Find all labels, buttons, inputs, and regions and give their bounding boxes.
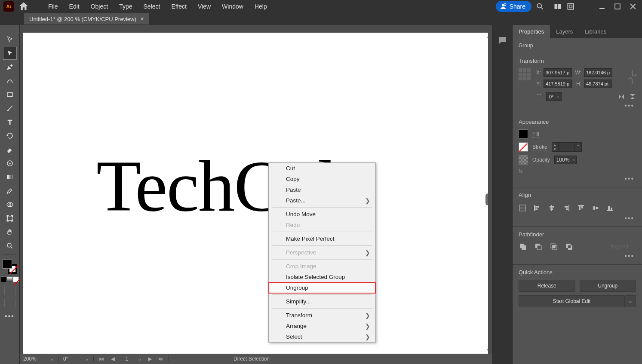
eraser-tool[interactable] — [3, 144, 16, 156]
shape-builder-tool[interactable] — [3, 199, 16, 211]
color-mode-solid[interactable] — [1, 276, 7, 282]
opacity-swatch[interactable] — [519, 155, 528, 165]
align-to-icon[interactable] — [519, 204, 526, 212]
align-right-icon[interactable] — [562, 204, 570, 212]
fill-stroke-swatch[interactable] — [3, 259, 17, 274]
stroke-label[interactable]: Stroke — [532, 144, 547, 150]
align-bottom-icon[interactable] — [606, 204, 614, 212]
fill-color-swatch[interactable] — [519, 129, 528, 139]
exclude-icon[interactable] — [565, 242, 574, 251]
home-icon[interactable] — [18, 1, 29, 12]
zoom-input[interactable] — [23, 356, 46, 362]
y-input[interactable] — [544, 80, 572, 88]
zoom-dropdown-icon[interactable]: ⌄ — [50, 356, 54, 362]
tab-libraries[interactable]: Libraries — [579, 25, 612, 38]
global-edit-dropdown-icon[interactable]: ⌄ — [625, 295, 636, 307]
reference-point-grid[interactable] — [519, 68, 531, 80]
document-tab[interactable]: Untitled-1* @ 200 % (CMYK/CPU Preview) × — [24, 13, 149, 24]
next-artboard-icon[interactable]: ▶ — [146, 356, 153, 362]
scrollbar-thumb[interactable] — [485, 193, 488, 205]
intersect-icon[interactable] — [550, 242, 558, 251]
menu-object[interactable]: Object — [86, 1, 113, 12]
opacity-input[interactable]: 100%› — [554, 156, 577, 164]
maximize-icon[interactable] — [614, 3, 620, 9]
rectangle-tool[interactable] — [3, 89, 16, 101]
align-vcenter-icon[interactable] — [592, 204, 599, 212]
release-button[interactable]: Release — [519, 280, 575, 292]
artboard-tool[interactable] — [3, 212, 16, 224]
context-menu-item-undo-move[interactable]: Undo Move — [269, 209, 375, 220]
context-menu-item-simplify[interactable]: Simplify... — [269, 296, 375, 307]
align-left-icon[interactable] — [533, 204, 541, 212]
ungroup-button[interactable]: Ungroup — [580, 280, 636, 292]
scroll-down-icon[interactable]: ▾ — [485, 347, 488, 352]
context-menu-item-make-pixel-perfect[interactable]: Make Pixel Perfect — [269, 233, 375, 244]
align-hcenter-icon[interactable] — [548, 204, 556, 212]
hand-tool[interactable] — [3, 226, 16, 238]
constrain-proportions-icon[interactable] — [628, 68, 636, 86]
menu-edit[interactable]: Edit — [64, 1, 85, 12]
stroke-weight-input[interactable]: ▴▾⌄ — [552, 142, 582, 152]
selection-tool[interactable] — [3, 34, 16, 46]
share-button[interactable]: + Share — [496, 1, 531, 12]
context-menu-item-ungroup[interactable]: Ungroup — [269, 282, 375, 293]
context-menu-item-arrange[interactable]: Arrange❯ — [269, 321, 375, 331]
stroke-color-swatch[interactable] — [519, 142, 528, 152]
rotation-input[interactable] — [63, 356, 80, 362]
context-menu-item-copy[interactable]: Copy — [269, 174, 375, 184]
menu-file[interactable]: File — [43, 1, 63, 12]
artboard-num-dropdown[interactable]: ⌄ — [138, 356, 142, 362]
menu-type[interactable]: Type — [114, 1, 137, 12]
type-tool[interactable] — [3, 116, 16, 128]
close-window-icon[interactable] — [630, 3, 636, 9]
color-mode-none[interactable] — [13, 276, 19, 282]
curvature-tool[interactable] — [3, 75, 16, 87]
menu-effect[interactable]: Effect — [166, 1, 192, 12]
search-icon[interactable] — [536, 2, 544, 11]
fill-label[interactable]: Fill — [532, 131, 539, 138]
zoom-tool[interactable] — [3, 240, 16, 252]
context-menu-item-select[interactable]: Select❯ — [269, 331, 375, 342]
gradient-tool[interactable] — [3, 171, 16, 183]
first-artboard-icon[interactable]: ⏮ — [98, 356, 105, 362]
color-mode-gradient[interactable] — [7, 276, 13, 282]
pathfinder-more-icon[interactable]: ••• — [519, 251, 636, 260]
color-mode-toggle[interactable] — [1, 276, 19, 282]
align-top-icon[interactable] — [577, 204, 585, 212]
tab-properties[interactable]: Properties — [513, 25, 550, 38]
menu-help[interactable]: Help — [249, 1, 272, 12]
w-input[interactable] — [584, 68, 612, 77]
paintbrush-tool[interactable] — [3, 102, 16, 114]
rotation-combo[interactable]: 0° — [546, 92, 562, 101]
flip-vertical-icon[interactable] — [629, 93, 636, 100]
last-artboard-icon[interactable]: ⏭ — [157, 356, 164, 362]
h-input[interactable] — [584, 80, 612, 88]
width-tool[interactable] — [3, 157, 16, 169]
tab-layers[interactable]: Layers — [550, 25, 579, 38]
fill-swatch[interactable] — [3, 259, 12, 269]
fx-button[interactable]: fx. — [519, 168, 636, 174]
close-tab-icon[interactable]: × — [141, 15, 144, 22]
start-global-edit-button[interactable]: Start Global Edit — [519, 295, 625, 307]
prev-artboard-icon[interactable]: ◀ — [109, 356, 116, 362]
rotate-tool[interactable] — [3, 130, 16, 142]
direct-selection-tool[interactable] — [3, 47, 16, 59]
flip-horizontal-icon[interactable] — [618, 93, 625, 100]
menu-window[interactable]: Window — [217, 1, 249, 12]
minus-front-icon[interactable] — [534, 242, 543, 251]
align-more-icon[interactable]: ••• — [519, 214, 636, 222]
rotation-dropdown-icon[interactable]: ⌄ — [85, 356, 89, 362]
appearance-more-icon[interactable]: ••• — [519, 174, 636, 183]
context-menu-item-isolate-selected-group[interactable]: Isolate Selected Group — [269, 272, 375, 282]
eyedropper-tool[interactable] — [3, 185, 16, 197]
menu-select[interactable]: Select — [138, 1, 166, 12]
minimize-icon[interactable] — [599, 3, 605, 9]
context-menu-item-paste[interactable]: Paste...❯ — [269, 195, 375, 206]
comments-icon[interactable] — [498, 35, 508, 46]
x-input[interactable] — [544, 68, 572, 77]
transform-more-icon[interactable]: ••• — [519, 101, 636, 110]
unite-icon[interactable] — [519, 242, 527, 251]
menu-view[interactable]: View — [193, 1, 216, 12]
arrange-panels-icon[interactable] — [553, 2, 562, 11]
more-tools-icon[interactable]: ••• — [5, 312, 15, 320]
